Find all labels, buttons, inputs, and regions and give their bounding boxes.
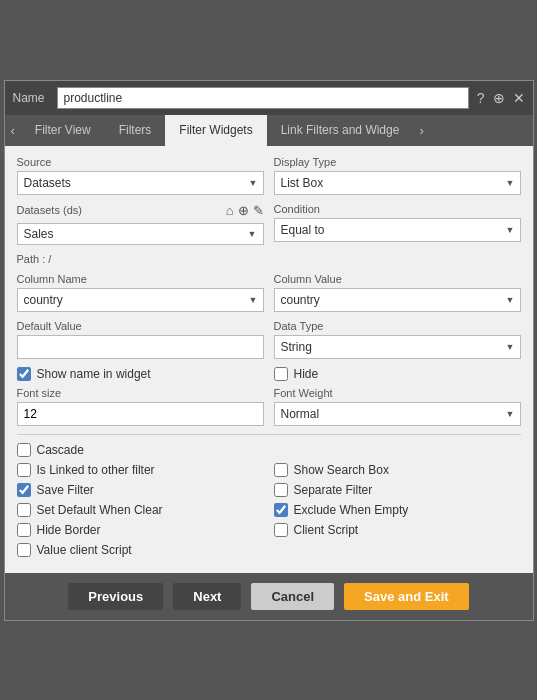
cascade-checkbox[interactable]: [17, 443, 31, 457]
row-show-hide: Show name in widget Hide: [17, 367, 521, 381]
font-size-label: Font size: [17, 387, 264, 399]
default-value-group: Default Value: [17, 320, 264, 359]
hide-label: Hide: [294, 367, 319, 381]
separate-filter-checkbox[interactable]: [274, 483, 288, 497]
exclude-empty-checkbox[interactable]: [274, 503, 288, 517]
next-button[interactable]: Next: [173, 583, 241, 610]
tab-left-arrow[interactable]: ‹: [5, 115, 21, 146]
column-name-select-wrapper: country: [17, 288, 264, 312]
save-filter-row: Save Filter: [17, 483, 264, 497]
row-border-client: Hide Border Client Script: [17, 523, 521, 537]
exclude-when-empty-row: Exclude When Empty: [274, 503, 521, 517]
hide-checkbox-row: Hide: [274, 367, 521, 381]
column-name-select[interactable]: country: [17, 288, 264, 312]
form-content: Source Datasets Display Type List Box: [5, 146, 533, 573]
hide-border-row: Hide Border: [17, 523, 264, 537]
value-client-script-label: Value client Script: [37, 543, 132, 557]
show-search-checkbox[interactable]: [274, 463, 288, 477]
client-script-checkbox[interactable]: [274, 523, 288, 537]
tab-filters[interactable]: Filters: [105, 115, 166, 146]
column-value-select-wrapper: country: [274, 288, 521, 312]
title-icons: ? ⊕ ✕: [477, 90, 525, 106]
font-weight-label: Font Weight: [274, 387, 521, 399]
column-value-select[interactable]: country: [274, 288, 521, 312]
font-weight-select-wrapper: Normal: [274, 402, 521, 426]
condition-label: Condition: [274, 203, 521, 215]
default-value-input[interactable]: [17, 335, 264, 359]
tab-filter-widgets[interactable]: Filter Widgets: [165, 115, 266, 146]
separate-filter-row: Separate Filter: [274, 483, 521, 497]
name-input[interactable]: [57, 87, 469, 109]
save-filter-label: Save Filter: [37, 483, 94, 497]
save-filter-checkbox[interactable]: [17, 483, 31, 497]
tab-filter-view[interactable]: Filter View: [21, 115, 105, 146]
row-default-exclude: Set Default When Clear Exclude When Empt…: [17, 503, 521, 517]
row-source-display: Source Datasets Display Type List Box: [17, 156, 521, 195]
condition-select-wrapper: Equal to: [274, 218, 521, 242]
value-client-script-checkbox[interactable]: [17, 543, 31, 557]
datasets-label: Datasets (ds): [17, 204, 82, 216]
row-font: Font size Font Weight Normal: [17, 387, 521, 426]
row-column: Column Name country Column Value country: [17, 273, 521, 312]
display-type-select-wrapper: List Box: [274, 171, 521, 195]
show-search-row: Show Search Box: [274, 463, 521, 477]
display-type-label: Display Type: [274, 156, 521, 168]
column-value-group: Column Value country: [274, 273, 521, 312]
font-size-input[interactable]: [17, 402, 264, 426]
datasets-group: Datasets (ds) ⌂ ⊕ ✎ Sales ▼: [17, 203, 264, 245]
row-default-datatype: Default Value Data Type String: [17, 320, 521, 359]
set-default-row: Set Default When Clear: [17, 503, 264, 517]
column-name-label: Column Name: [17, 273, 264, 285]
condition-select[interactable]: Equal to: [274, 218, 521, 242]
data-type-label: Data Type: [274, 320, 521, 332]
source-group: Source Datasets: [17, 156, 264, 195]
client-script-row: Client Script: [274, 523, 521, 537]
font-weight-group: Font Weight Normal: [274, 387, 521, 426]
previous-button[interactable]: Previous: [68, 583, 163, 610]
path-value: /: [48, 253, 51, 265]
data-type-group: Data Type String: [274, 320, 521, 359]
is-linked-checkbox[interactable]: [17, 463, 31, 477]
set-default-label: Set Default When Clear: [37, 503, 163, 517]
save-exit-button[interactable]: Save and Exit: [344, 583, 469, 610]
title-bar: Name ? ⊕ ✕: [5, 81, 533, 115]
datasets-value: Sales: [24, 227, 248, 241]
hide-border-label: Hide Border: [37, 523, 101, 537]
client-script-label: Client Script: [294, 523, 359, 537]
divider-1: [17, 434, 521, 435]
display-type-select[interactable]: List Box: [274, 171, 521, 195]
font-size-group: Font size: [17, 387, 264, 426]
font-weight-select[interactable]: Normal: [274, 402, 521, 426]
close-icon[interactable]: ✕: [513, 90, 525, 106]
cancel-button[interactable]: Cancel: [251, 583, 334, 610]
move-icon[interactable]: ⊕: [493, 90, 505, 106]
datasets-home-icon[interactable]: ⌂: [226, 203, 234, 218]
row-linked-search: Is Linked to other filter Show Search Bo…: [17, 463, 521, 477]
show-search-label: Show Search Box: [294, 463, 389, 477]
exclude-empty-label: Exclude When Empty: [294, 503, 409, 517]
datasets-value-row: Sales ▼: [17, 223, 264, 245]
datasets-header-row: Datasets (ds) ⌂ ⊕ ✎: [17, 203, 264, 218]
set-default-checkbox[interactable]: [17, 503, 31, 517]
column-name-group: Column Name country: [17, 273, 264, 312]
default-value-label: Default Value: [17, 320, 264, 332]
path-label: Path :: [17, 253, 46, 265]
source-select[interactable]: Datasets: [17, 171, 264, 195]
footer: Previous Next Cancel Save and Exit: [5, 573, 533, 620]
help-icon[interactable]: ?: [477, 90, 485, 106]
tab-link-filters[interactable]: Link Filters and Widge: [267, 115, 414, 146]
datasets-chevron-icon: ▼: [248, 229, 257, 239]
tab-right-arrow[interactable]: ›: [413, 115, 429, 146]
dialog: Name ? ⊕ ✕ ‹ Filter View Filters Filter …: [4, 80, 534, 621]
condition-group: Condition Equal to: [274, 203, 521, 245]
datasets-add-icon[interactable]: ⊕: [238, 203, 249, 218]
data-type-select[interactable]: String: [274, 335, 521, 359]
row-datasets-condition: Datasets (ds) ⌂ ⊕ ✎ Sales ▼ Condition Eq…: [17, 203, 521, 245]
hide-checkbox[interactable]: [274, 367, 288, 381]
show-name-checkbox-row: Show name in widget: [17, 367, 264, 381]
hide-border-checkbox[interactable]: [17, 523, 31, 537]
datasets-icons: ⌂ ⊕ ✎: [226, 203, 264, 218]
show-name-checkbox[interactable]: [17, 367, 31, 381]
datasets-edit-icon[interactable]: ✎: [253, 203, 264, 218]
name-label: Name: [13, 91, 45, 105]
